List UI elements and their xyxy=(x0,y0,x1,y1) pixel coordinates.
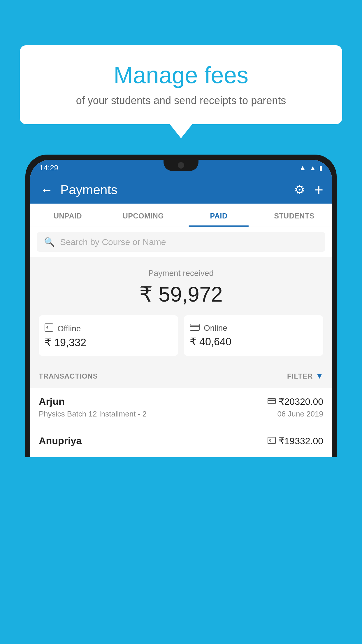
bubble-subtitle: of your students and send receipts to pa… xyxy=(37,94,325,107)
transaction-top: Anupriya ₹ ₹19332.00 xyxy=(39,435,323,447)
tab-upcoming[interactable]: UPCOMING xyxy=(106,204,181,227)
offline-label: Offline xyxy=(57,324,81,333)
online-label: Online xyxy=(204,323,227,333)
search-icon: 🔍 xyxy=(44,237,55,247)
search-input-container[interactable]: 🔍 Search by Course or Name xyxy=(37,232,325,252)
transaction-row[interactable]: Anupriya ₹ ₹19332.00 xyxy=(30,427,332,457)
app-header: ← Payments ⚙ + xyxy=(30,176,332,204)
filter-container[interactable]: FILTER ▼ xyxy=(287,372,323,381)
phone-notch xyxy=(164,160,198,171)
payment-received-label: Payment received xyxy=(39,269,323,278)
phone-container: 14:29 ▲ ▲ ▮ ← Payments ⚙ + UNPAID xyxy=(25,155,337,644)
offline-card: ₹ Offline ₹ 19,332 xyxy=(39,315,178,356)
svg-rect-5 xyxy=(268,400,275,401)
svg-text:₹: ₹ xyxy=(269,438,271,443)
speech-bubble: Manage fees of your students and send re… xyxy=(20,45,342,124)
filter-label: FILTER xyxy=(287,372,313,380)
transaction-top: Arjun ₹20320.00 xyxy=(39,396,323,407)
svg-rect-4 xyxy=(268,398,275,404)
transactions-header: TRANSACTIONS FILTER ▼ xyxy=(30,365,332,388)
tabs-bar: UNPAID UPCOMING PAID STUDENTS xyxy=(30,204,332,227)
transaction-amount-icon xyxy=(268,398,276,405)
svg-rect-2 xyxy=(190,324,199,330)
online-card: Online ₹ 40,640 xyxy=(184,315,323,356)
tab-unpaid[interactable]: UNPAID xyxy=(30,204,106,227)
transaction-date: 06 June 2019 xyxy=(277,410,323,419)
phone-frame: 14:29 ▲ ▲ ▮ ← Payments ⚙ + UNPAID xyxy=(25,155,337,457)
payment-amount: ₹ 59,972 xyxy=(39,282,323,307)
transaction-course: Physics Batch 12 Installment - 2 xyxy=(39,410,147,419)
signal-icon: ▲ xyxy=(309,164,316,172)
transaction-amount: ₹20320.00 xyxy=(279,396,323,407)
search-input[interactable]: Search by Course or Name xyxy=(60,237,166,247)
transaction-row[interactable]: Arjun ₹20320.00 Physics Batch 12 Install… xyxy=(30,388,332,427)
tab-students[interactable]: STUDENTS xyxy=(256,204,332,227)
search-bar: 🔍 Search by Course or Name xyxy=(30,227,332,257)
payment-cards: ₹ Offline ₹ 19,332 xyxy=(39,315,323,356)
transaction-amount-container: ₹20320.00 xyxy=(268,396,323,407)
svg-text:₹: ₹ xyxy=(46,325,49,330)
notch-camera xyxy=(178,162,184,169)
online-amount: ₹ 40,640 xyxy=(190,336,317,348)
transaction-name: Arjun xyxy=(39,396,65,407)
transaction-amount-2: ₹19332.00 xyxy=(279,435,323,447)
filter-icon: ▼ xyxy=(316,372,323,381)
transaction-amount-container-2: ₹ ₹19332.00 xyxy=(268,435,323,447)
battery-icon: ▮ xyxy=(319,164,323,172)
status-icons: ▲ ▲ ▮ xyxy=(299,163,323,172)
phone-inner: 14:29 ▲ ▲ ▮ ← Payments ⚙ + UNPAID xyxy=(30,160,332,457)
online-icon xyxy=(190,323,200,333)
offline-amount: ₹ 19,332 xyxy=(45,337,172,349)
offline-icon: ₹ xyxy=(45,323,53,334)
transaction-bottom: Physics Batch 12 Installment - 2 06 June… xyxy=(39,410,323,419)
back-button[interactable]: ← xyxy=(39,181,55,199)
gear-icon[interactable]: ⚙ xyxy=(294,183,305,197)
online-card-top: Online xyxy=(190,323,317,333)
speech-bubble-container: Manage fees of your students and send re… xyxy=(20,45,342,124)
offline-card-top: ₹ Offline xyxy=(45,323,172,334)
page-title: Payments xyxy=(60,183,288,197)
tab-paid[interactable]: PAID xyxy=(181,204,256,227)
transaction-amount-icon-2: ₹ xyxy=(268,437,276,445)
bubble-title: Manage fees xyxy=(37,61,325,89)
status-time: 14:29 xyxy=(39,163,58,172)
transactions-label: TRANSACTIONS xyxy=(39,372,98,380)
payment-summary: Payment received ₹ 59,972 ₹ xyxy=(30,257,332,365)
wifi-icon: ▲ xyxy=(299,163,307,172)
transaction-name-2: Anupriya xyxy=(39,435,82,447)
add-button[interactable]: + xyxy=(314,181,323,199)
svg-rect-3 xyxy=(190,326,199,327)
